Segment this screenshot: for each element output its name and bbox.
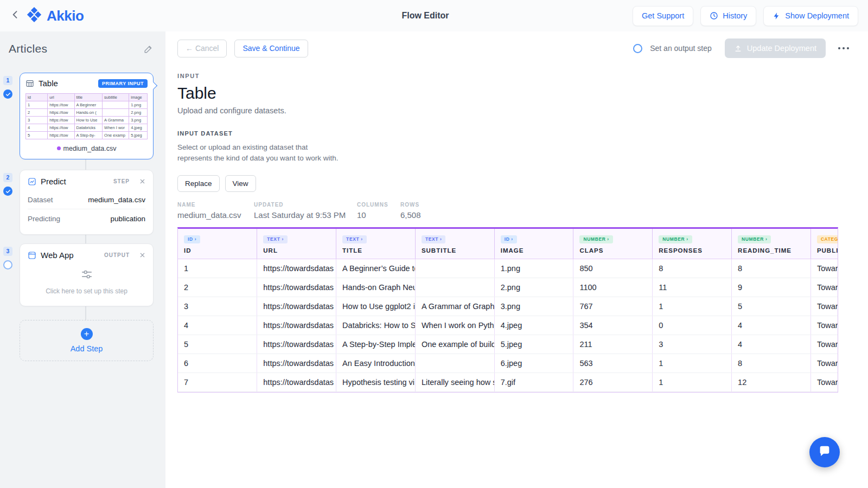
column-type-badge: NUMBER › [579,235,612,243]
preview-cell: One examp [103,132,129,139]
grid-column-header[interactable]: ID ›IMAGE [494,229,573,259]
grid-cell: 276 [573,373,653,391]
grid-cell: Toward [810,354,838,373]
grid-cell: 1 [653,297,732,316]
column-type-badge: ID › [501,235,517,243]
grid-cell: https://towardsdatas [257,278,336,297]
table-step-card[interactable]: Table PRIMARY INPUT idurltitlesubtitleim… [20,73,154,159]
get-support-button[interactable]: Get Support [633,6,693,26]
input-dataset-description: Select or upload an existing dataset tha… [177,142,340,163]
section-label: INPUT [177,73,868,79]
step-complete-icon [3,89,12,99]
preview-cell: 3 [26,117,48,124]
grid-cell: When I work on Pytho [415,316,494,335]
preview-cell: 5.jpeg [129,132,148,139]
grid-cell: 1 [653,373,732,391]
preview-cell: 4 [26,124,48,132]
grid-cell: 2 [178,278,257,297]
preview-cell: https://tow [48,117,74,124]
view-button[interactable]: View [225,175,256,192]
preview-cell: When I wor [103,124,129,132]
grid-cell: How to Use ggplot2 i [336,297,416,316]
grid-column-header[interactable]: NUMBER ›CLAPS [573,229,653,259]
cancel-button[interactable]: ← Cancel [177,40,227,57]
flow-name: Articles [9,42,47,55]
grid-cell [415,259,494,278]
meta-name-label: NAME [177,202,254,208]
setup-step-hint[interactable]: Click here to set up this step [28,287,145,295]
remove-step-icon[interactable] [139,252,145,258]
column-name: SUBTITLE [422,247,488,254]
chat-launcher-button[interactable] [809,437,840,467]
grid-cell: 3.png [494,297,573,316]
grid-cell: 12 [732,373,811,391]
meta-name-value: medium_data.csv [177,210,254,220]
grid-cell: https://towardsdatas [257,373,336,391]
grid-cell: 7 [178,373,257,391]
grid-cell: Toward [810,278,838,297]
grid-column-header[interactable]: TEXT ›URL [257,229,336,259]
preview-cell: https://tow [48,132,74,139]
step-number-badge: 1 [3,76,12,85]
table-icon [25,79,34,88]
grid-cell: 5 [732,297,811,316]
column-type-badge: TEXT › [342,235,367,243]
flow-step-predict: 2 Predict STEP Da [20,170,154,235]
predict-step-card[interactable]: Predict STEP Dataset medium_data.csv Pre… [20,170,154,235]
grid-column-header[interactable]: ID ›ID [178,229,257,259]
preview-row: 5https://towA Step-by-One examp5.jpeg [26,132,148,139]
grid-cell: 4.jpeg [494,316,573,335]
flow-step-webapp: 3 Web App OUTPUT [20,243,154,306]
flow-connector [85,306,86,320]
preview-body: 1https://towA Beginner1.png2https://towH… [26,101,148,139]
dataset-meta: NAME medium_data.csv UPDATED Last Saturd… [177,202,868,220]
grid-column-header[interactable]: TEXT ›TITLE [336,229,416,259]
grid-column-header[interactable]: NUMBER ›RESPONSES [653,229,732,259]
grid-cell: Databricks: How to S [336,316,416,335]
update-deployment-button[interactable]: Update Deployment [725,38,826,58]
show-deployment-button[interactable]: Show Deployment [763,6,858,26]
grid-cell: Toward [810,335,838,354]
step-connector-notch [150,82,157,89]
akkio-logo[interactable]: Akkio [26,7,84,25]
more-options-icon[interactable] [833,42,854,54]
back-button[interactable] [10,9,21,22]
preview-cell: How to Use [74,117,103,124]
preview-cell: https://tow [48,109,74,117]
grid-cell: An Easy Introduction [336,354,416,373]
preview-row: 2https://towHands-on (2.png [26,109,148,117]
topbar: Akkio Flow Editor Get Support History Sh… [0,0,868,31]
grid-cell: https://towardsdatas [257,335,336,354]
webapp-step-card[interactable]: Web App OUTPUT Click here to set up this… [20,243,154,306]
edit-flow-name-icon[interactable] [143,44,154,54]
set-output-radio[interactable] [633,44,642,53]
primary-input-badge: PRIMARY INPUT [98,79,148,88]
preview-cell: 2.png [129,109,148,117]
page-header-title: Flow Editor [401,11,449,21]
grid-cell: 211 [573,335,653,354]
step-page-subtitle: Upload and configure datasets. [177,106,868,115]
step-kind-label: STEP [113,178,130,184]
meta-rows-value: 6,508 [400,210,421,220]
add-step-button[interactable]: + Add Step [20,320,154,361]
grid-row: 4https://towardsdatasDatabricks: How to … [178,316,838,335]
grid-column-header[interactable]: CATEGO ›PUBLICA [810,229,838,259]
predict-target-row: Predicting publication [28,209,145,228]
webapp-icon [28,251,36,260]
column-name: CLAPS [579,247,646,254]
save-continue-button[interactable]: Save & Continue [234,40,308,57]
grid-column-header[interactable]: NUMBER ›READING_TIME [732,229,811,259]
column-type-badge: CATEGO › [817,235,838,243]
grid-cell: Toward [810,373,838,391]
grid-cell: 563 [573,354,653,373]
dataset-dot-icon [57,146,61,150]
preview-cell [103,109,129,117]
grid-column-header[interactable]: TEXT ›SUBTITLE [415,229,494,259]
preview-cell: 5 [26,132,48,139]
replace-button[interactable]: Replace [177,175,220,192]
grid-row: 1https://towardsdatasA Beginner’s Guide … [178,259,838,278]
remove-step-icon[interactable] [139,178,145,184]
clock-icon [710,11,718,20]
history-button[interactable]: History [700,6,756,26]
grid-cell: Toward [810,297,838,316]
